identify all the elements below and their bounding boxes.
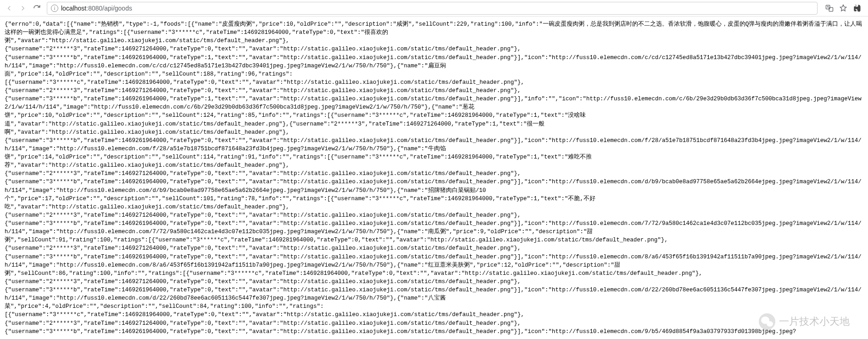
back-button[interactable] xyxy=(4,3,15,14)
site-info-icon[interactable]: i xyxy=(51,5,58,12)
evernote-icon[interactable] xyxy=(852,4,862,13)
toolbar-right xyxy=(822,4,864,13)
response-body[interactable]: {"errno":0,"data":[{"name":"热销榜","type":… xyxy=(0,16,868,339)
url-path: /api/goods xyxy=(102,5,132,12)
url-host: localhost xyxy=(61,5,86,12)
browser-toolbar: i localhost:8080/api/goods xyxy=(0,0,868,16)
bookmark-star-icon[interactable] xyxy=(839,4,848,13)
url-port: :8080 xyxy=(86,5,102,12)
forward-button[interactable] xyxy=(17,3,28,14)
address-bar[interactable]: i localhost:8080/api/goods xyxy=(47,2,818,15)
reload-button[interactable] xyxy=(31,3,42,14)
translate-icon[interactable] xyxy=(825,4,834,13)
